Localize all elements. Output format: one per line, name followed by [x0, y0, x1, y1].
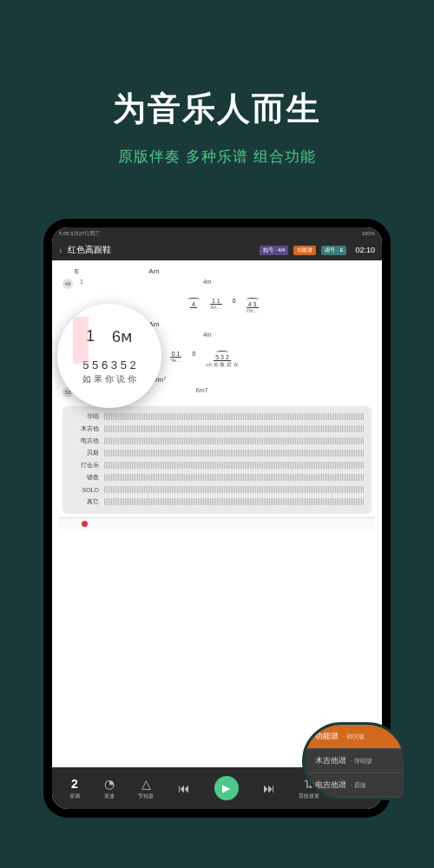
play-icon: ▶	[222, 782, 230, 794]
popup-item-chord[interactable]: 功能谱 · 和弦版	[305, 725, 404, 749]
track-label[interactable]: 木吉他	[69, 424, 99, 433]
chord-label: Am	[148, 267, 159, 275]
transpose-control[interactable]: 2 变调	[69, 777, 80, 800]
playhead-dot[interactable]	[82, 521, 88, 527]
hero-title: 为音乐人而生	[17, 87, 417, 131]
notation: 5 3 2	[214, 354, 231, 361]
track-label[interactable]: 贝斯	[69, 449, 99, 457]
lyric: oh 你 像 窝 在	[206, 361, 238, 369]
tracks-settings-label: 音轨设置	[299, 792, 319, 800]
metronome-icon: △	[141, 777, 151, 791]
track-waveform[interactable]	[104, 486, 365, 493]
notation: 6m7	[196, 387, 208, 398]
status-left: 5:05 6月27日周三	[59, 230, 100, 238]
measure-mark: 4m	[203, 332, 212, 342]
track-label[interactable]: 打击乐	[69, 461, 99, 470]
track-waveform[interactable]	[104, 450, 365, 457]
track-waveform[interactable]	[104, 474, 365, 481]
lyric: Oh…	[247, 308, 259, 313]
tablet-frame: 5:05 6月27日周三 100% ‹ 红色高跟鞋 拍号 · 4/4 功能谱 调…	[43, 219, 391, 818]
notation: 4 3	[247, 301, 259, 308]
time-signature-badge[interactable]: 拍号 · 4/4	[260, 246, 288, 255]
sheet-select-popup: 功能谱 · 和弦版 木吉他谱 · 弹唱版 电吉他谱 · 原版	[302, 722, 406, 800]
transpose-value: 2	[71, 777, 78, 791]
key-badge[interactable]: 调号 · E	[321, 246, 346, 255]
popup-item-suffix: · 原版	[349, 782, 366, 788]
lyric: Ye…	[170, 358, 181, 363]
track-waveform[interactable]	[104, 413, 365, 420]
sheet-type-badge[interactable]: 功能谱	[293, 246, 316, 255]
timeline-ruler[interactable]	[59, 517, 375, 529]
status-right: 100%	[362, 231, 375, 236]
popup-item-suffix: · 弹唱版	[349, 758, 372, 764]
measure-mark: 1	[80, 279, 83, 289]
chord-label: E	[75, 267, 79, 275]
notation: 4	[190, 301, 197, 308]
speed-label: 变速	[104, 792, 115, 800]
transpose-label: 变调	[69, 792, 80, 800]
mag-lyrics: 如 果 你 说 你	[82, 373, 135, 385]
popup-item-label: 木吉他谱	[315, 756, 346, 765]
track-waveform[interactable]	[104, 437, 365, 444]
lyric: Ah…	[210, 305, 221, 310]
status-bar: 5:05 6月27日周三 100%	[52, 227, 382, 240]
notation: 0	[192, 351, 195, 369]
next-button[interactable]: ⏭	[263, 781, 275, 795]
gauge-icon: ◔	[104, 777, 115, 791]
track-label[interactable]: SOLO	[69, 487, 99, 493]
popup-item-suffix: · 和弦版	[341, 733, 365, 740]
notation: 1 1	[210, 298, 222, 305]
song-title: 红色高跟鞋	[68, 244, 254, 256]
popup-item-electric[interactable]: 电吉他谱 · 原版	[305, 773, 404, 798]
sheet-music-area[interactable]: E Am 49 1 4m 1 6ᴍ 5 5 6 3 5 2 如 果 你 说 你	[52, 260, 382, 767]
track-label[interactable]: 电吉他	[69, 437, 99, 445]
notation: 0 1	[170, 351, 182, 358]
mag-notes: 5 5 6 3 5 2	[82, 358, 135, 372]
magnifier-lens: 1 6ᴍ 5 5 6 3 5 2 如 果 你 说 你	[57, 304, 161, 408]
track-label[interactable]: 键盘	[69, 473, 99, 482]
popup-item-label: 功能谱	[315, 732, 339, 740]
speed-control[interactable]: ◔ 变速	[104, 777, 115, 800]
track-label[interactable]: 其它	[69, 497, 99, 506]
prev-button[interactable]: ⏮	[178, 781, 190, 795]
tracks-panel: 导唱 木吉他 电吉他 贝斯 打击乐 键盘 SOLO 其它	[62, 406, 372, 514]
top-bar: ‹ 红色高跟鞋 拍号 · 4/4 功能谱 调号 · E 02:10	[52, 240, 382, 260]
bar-number: 49	[62, 279, 73, 289]
popup-item-acoustic[interactable]: 木吉他谱 · 弹唱版	[305, 749, 404, 773]
skip-back-icon: ⏮	[178, 781, 190, 795]
measure-mark: 4m	[203, 279, 212, 289]
beat-label: 节拍器	[138, 792, 154, 800]
notation: 0	[233, 298, 236, 313]
track-waveform[interactable]	[104, 462, 365, 469]
mag-note: 6ᴍ	[112, 327, 133, 346]
skip-forward-icon: ⏭	[263, 781, 275, 795]
app-screen: 5:05 6月27日周三 100% ‹ 红色高跟鞋 拍号 · 4/4 功能谱 调…	[52, 227, 382, 809]
playhead-highlight	[73, 317, 89, 364]
track-label[interactable]: 导唱	[69, 412, 99, 421]
metronome-control[interactable]: △ 节拍器	[138, 777, 154, 800]
hero-subtitle: 原版伴奏 多种乐谱 组合功能	[17, 147, 417, 167]
back-chevron-icon[interactable]: ‹	[59, 245, 62, 255]
popup-item-label: 电吉他谱	[315, 780, 346, 789]
track-waveform[interactable]	[104, 425, 365, 432]
duration-label: 02:10	[355, 246, 375, 254]
play-button[interactable]: ▶	[214, 776, 239, 800]
track-waveform[interactable]	[104, 498, 365, 505]
